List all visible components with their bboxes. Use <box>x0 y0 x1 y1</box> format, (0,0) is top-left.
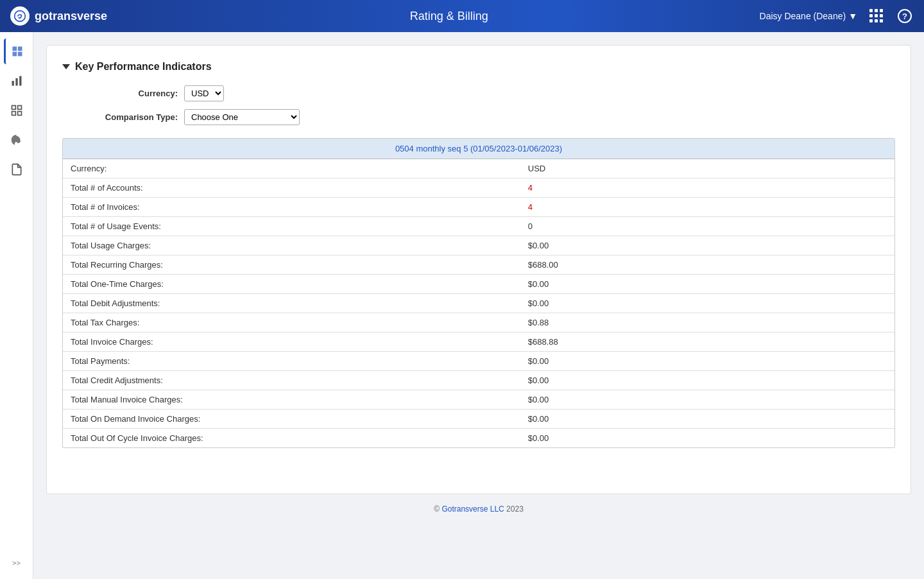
kpi-table-wrapper: 0504 monthly seq 5 (01/05/2023-01/06/202… <box>62 138 895 448</box>
svg-rect-9 <box>17 112 21 116</box>
apps-icon[interactable] <box>868 7 886 25</box>
sidebar: >> <box>0 32 33 579</box>
comparison-type-label: Comparison Type: <box>88 112 178 122</box>
row-value: $0.00 <box>520 410 894 429</box>
table-row: Total Payments:$0.00 <box>63 352 894 371</box>
sidebar-item-document[interactable] <box>4 157 30 182</box>
page-title: Rating & Billing <box>139 10 760 23</box>
comparison-type-row: Comparison Type: Choose One Previous Per… <box>88 109 895 125</box>
kpi-table: 0504 monthly seq 5 (01/05/2023-01/06/202… <box>63 139 894 447</box>
table-row: Total Manual Invoice Charges:$0.00 <box>63 390 894 410</box>
currency-label: Currency: <box>88 89 178 98</box>
row-value: 4 <box>520 178 894 198</box>
table-row: Total Usage Charges:$0.00 <box>63 236 894 255</box>
comparison-type-select[interactable]: Choose One Previous Period Previous Year <box>184 109 300 125</box>
table-row: Total Tax Charges:$0.88 <box>63 313 894 333</box>
sidebar-expand-button[interactable]: >> <box>4 553 30 573</box>
row-value: $688.88 <box>520 333 894 352</box>
row-label: Total # of Invoices: <box>63 198 520 217</box>
table-row: Total # of Invoices:4 <box>63 198 894 217</box>
row-value: $0.00 <box>520 352 894 371</box>
footer-year: 2023 <box>504 505 524 514</box>
table-row: Total Debit Adjustments:$0.00 <box>63 294 894 313</box>
row-value: $0.00 <box>520 275 894 294</box>
logo-icon <box>10 6 30 26</box>
table-row: Total Recurring Charges:$688.00 <box>63 255 894 275</box>
row-label: Total Recurring Charges: <box>63 255 520 275</box>
row-label: Total # of Usage Events: <box>63 217 520 236</box>
currency-row: Currency: USD <box>88 85 895 101</box>
logo-text: gotransverse <box>35 10 107 23</box>
row-label: Total # of Accounts: <box>63 178 520 198</box>
svg-rect-5 <box>19 76 21 86</box>
table-row: Total # of Accounts:4 <box>63 178 894 198</box>
table-row: Total Invoice Charges:$688.88 <box>63 333 894 352</box>
section-header: Key Performance Indicators <box>62 61 895 73</box>
svg-text:?: ? <box>902 12 907 21</box>
svg-rect-6 <box>12 106 15 110</box>
user-name-label: Daisy Deane (Deane) <box>760 11 846 21</box>
kpi-card: Key Performance Indicators Currency: USD… <box>46 45 911 494</box>
footer-link[interactable]: Gotransverse LLC <box>441 505 504 514</box>
row-value: 0 <box>520 217 894 236</box>
svg-rect-7 <box>17 106 21 110</box>
table-row: Currency:USD <box>63 159 894 178</box>
row-label: Total Out Of Cycle Invoice Charges: <box>63 429 520 448</box>
layout: >> Key Performance Indicators Currency: … <box>0 32 924 579</box>
row-value: $0.00 <box>520 294 894 313</box>
currency-select[interactable]: USD <box>184 85 224 101</box>
sidebar-item-dashboard[interactable] <box>4 39 30 64</box>
main-content: Key Performance Indicators Currency: USD… <box>33 32 924 579</box>
row-value: 4 <box>520 198 894 217</box>
row-value: $0.00 <box>520 236 894 255</box>
footer-copyright: © <box>434 505 441 514</box>
row-label: Total Manual Invoice Charges: <box>63 390 520 410</box>
svg-rect-3 <box>12 81 13 86</box>
user-menu[interactable]: Daisy Deane (Deane) ▼ <box>760 11 857 21</box>
footer: © Gotransverse LLC 2023 <box>46 494 911 524</box>
row-label: Total Tax Charges: <box>63 313 520 333</box>
row-value: $0.88 <box>520 313 894 333</box>
row-value: $688.00 <box>520 255 894 275</box>
row-label: Total Invoice Charges: <box>63 333 520 352</box>
row-label: Total On Demand Invoice Charges: <box>63 410 520 429</box>
row-label: Currency: <box>63 159 520 178</box>
sidebar-item-palette[interactable] <box>4 127 30 153</box>
table-header: 0504 monthly seq 5 (01/05/2023-01/06/202… <box>63 139 894 159</box>
row-value: $0.00 <box>520 371 894 390</box>
row-label: Total Credit Adjustments: <box>63 371 520 390</box>
user-dropdown-arrow: ▼ <box>848 11 857 21</box>
row-label: Total Usage Charges: <box>63 236 520 255</box>
row-label: Total Payments: <box>63 352 520 371</box>
logo-area: gotransverse <box>10 6 139 26</box>
help-icon[interactable]: ? <box>896 7 914 25</box>
svg-rect-8 <box>12 112 15 116</box>
row-value: $0.00 <box>520 390 894 410</box>
row-label: Total Debit Adjustments: <box>63 294 520 313</box>
collapse-icon[interactable] <box>62 64 70 69</box>
svg-rect-4 <box>15 78 17 86</box>
user-area: Daisy Deane (Deane) ▼ ? <box>760 7 914 25</box>
table-row: Total Out Of Cycle Invoice Charges:$0.00 <box>63 429 894 448</box>
table-row: Total # of Usage Events:0 <box>63 217 894 236</box>
table-row: Total One-Time Charges:$0.00 <box>63 275 894 294</box>
table-row: Total On Demand Invoice Charges:$0.00 <box>63 410 894 429</box>
section-title: Key Performance Indicators <box>75 61 212 73</box>
top-navigation: gotransverse Rating & Billing Daisy Dean… <box>0 0 924 32</box>
row-value: $0.00 <box>520 429 894 448</box>
sidebar-item-analytics[interactable] <box>4 68 30 94</box>
row-value: USD <box>520 159 894 178</box>
sidebar-item-grid[interactable] <box>4 98 30 123</box>
table-row: Total Credit Adjustments:$0.00 <box>63 371 894 390</box>
svg-point-0 <box>15 11 26 22</box>
row-label: Total One-Time Charges: <box>63 275 520 294</box>
